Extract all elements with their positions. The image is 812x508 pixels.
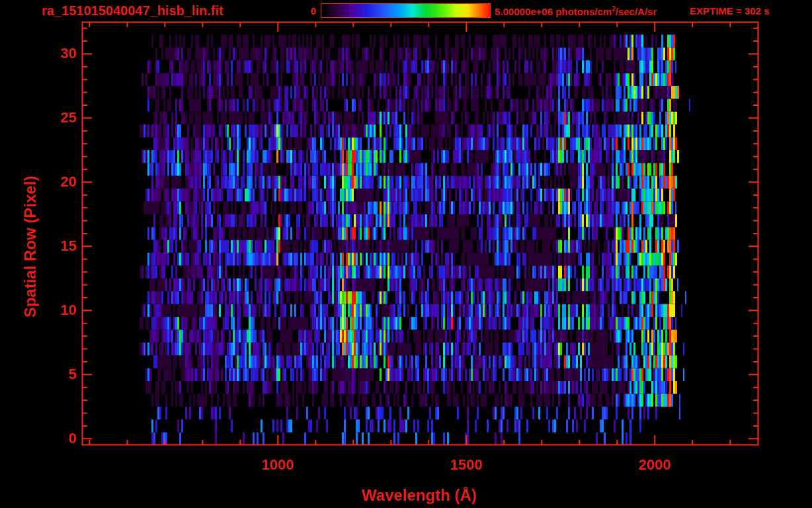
y-tick-label-30: 30 xyxy=(26,45,77,62)
colorbar-min-label: 0 xyxy=(298,5,316,17)
exptime-label: EXPTIME = 302 s xyxy=(690,5,769,17)
x-tick-label-2000: 2000 xyxy=(639,456,671,474)
y-tick-label-0: 0 xyxy=(26,430,77,447)
y-tick-label-5: 5 xyxy=(26,366,77,383)
x-tick-label-1000: 1000 xyxy=(262,456,294,474)
y-tick-label-25: 25 xyxy=(26,109,77,126)
spectrogram-image xyxy=(82,22,758,445)
x-axis-title: Wavelength (Å) xyxy=(362,486,477,505)
colorbar-gradient xyxy=(321,4,490,17)
colorbar xyxy=(321,3,491,18)
colorbar-max-label: 5.00000e+06 photons/cm2/sec/A/sr xyxy=(495,5,657,17)
colorbar-max-prefix: 5.00000e+06 photons/cm xyxy=(495,6,612,17)
colorbar-max-suffix: /sec/A/sr xyxy=(616,6,657,17)
idl-plot-window: ra_151015040047_hisb_lin.fit 0 5.00000e+… xyxy=(0,0,812,508)
y-axis-title: Spatial Row (Pixel) xyxy=(21,176,40,318)
x-tick-label-1500: 1500 xyxy=(450,456,483,474)
page-title: ra_151015040047_hisb_lin.fit xyxy=(42,3,223,19)
